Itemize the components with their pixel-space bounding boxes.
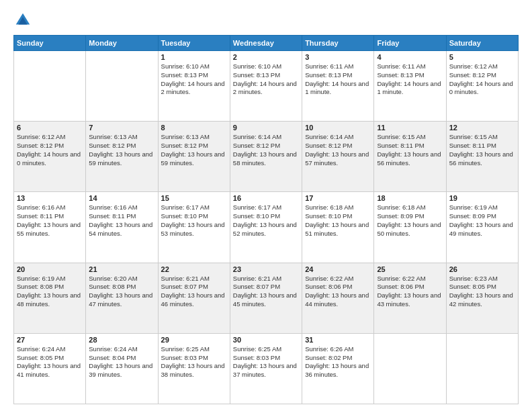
page: SundayMondayTuesdayWednesdayThursdayFrid… — [0, 0, 532, 411]
calendar-cell: 22Sunrise: 6:21 AM Sunset: 8:07 PM Dayli… — [158, 263, 230, 333]
cell-day-number: 7 — [89, 124, 154, 132]
calendar-cell: 30Sunrise: 6:25 AM Sunset: 8:03 PM Dayli… — [230, 333, 302, 404]
calendar-cell — [446, 333, 518, 404]
cell-day-number: 27 — [17, 336, 83, 344]
calendar-week-row: 6Sunrise: 6:12 AM Sunset: 8:12 PM Daylig… — [14, 122, 519, 192]
cell-day-number: 17 — [305, 194, 371, 202]
calendar-cell: 31Sunrise: 6:26 AM Sunset: 8:02 PM Dayli… — [302, 333, 374, 404]
cell-day-number: 29 — [161, 336, 227, 344]
calendar-cell: 25Sunrise: 6:22 AM Sunset: 8:06 PM Dayli… — [374, 263, 446, 333]
calendar-cell: 10Sunrise: 6:14 AM Sunset: 8:12 PM Dayli… — [302, 122, 374, 192]
cell-day-number: 12 — [449, 124, 515, 132]
calendar-cell: 3Sunrise: 6:11 AM Sunset: 8:13 PM Daylig… — [302, 51, 374, 122]
cell-day-number: 16 — [233, 194, 299, 202]
calendar-cell: 27Sunrise: 6:24 AM Sunset: 8:05 PM Dayli… — [14, 333, 86, 404]
calendar-header-saturday: Saturday — [446, 36, 518, 51]
calendar-cell: 11Sunrise: 6:15 AM Sunset: 8:11 PM Dayli… — [374, 122, 446, 192]
calendar-cell: 16Sunrise: 6:17 AM Sunset: 8:10 PM Dayli… — [230, 192, 302, 263]
calendar-cell: 19Sunrise: 6:19 AM Sunset: 8:09 PM Dayli… — [446, 192, 518, 263]
calendar-cell: 7Sunrise: 6:13 AM Sunset: 8:12 PM Daylig… — [86, 122, 158, 192]
cell-info: Sunrise: 6:15 AM Sunset: 8:11 PM Dayligh… — [449, 133, 515, 167]
cell-day-number: 21 — [89, 265, 154, 273]
cell-info: Sunrise: 6:19 AM Sunset: 8:09 PM Dayligh… — [449, 203, 515, 238]
calendar-week-row: 20Sunrise: 6:19 AM Sunset: 8:08 PM Dayli… — [14, 263, 519, 333]
calendar-cell: 14Sunrise: 6:16 AM Sunset: 8:11 PM Dayli… — [86, 192, 158, 263]
cell-day-number: 10 — [305, 124, 371, 132]
cell-day-number: 4 — [377, 53, 443, 61]
calendar-cell: 21Sunrise: 6:20 AM Sunset: 8:08 PM Dayli… — [86, 263, 158, 333]
cell-info: Sunrise: 6:26 AM Sunset: 8:02 PM Dayligh… — [305, 345, 371, 379]
calendar-week-row: 27Sunrise: 6:24 AM Sunset: 8:05 PM Dayli… — [14, 333, 519, 404]
calendar-cell — [14, 51, 86, 122]
calendar-cell: 20Sunrise: 6:19 AM Sunset: 8:08 PM Dayli… — [14, 263, 86, 333]
cell-info: Sunrise: 6:25 AM Sunset: 8:03 PM Dayligh… — [161, 345, 227, 379]
cell-day-number: 31 — [305, 336, 371, 344]
cell-day-number: 3 — [305, 53, 371, 61]
logo — [13, 11, 35, 30]
cell-day-number: 20 — [17, 265, 83, 273]
cell-info: Sunrise: 6:13 AM Sunset: 8:12 PM Dayligh… — [161, 133, 227, 167]
calendar-header-wednesday: Wednesday — [230, 36, 302, 51]
calendar-cell: 28Sunrise: 6:24 AM Sunset: 8:04 PM Dayli… — [86, 333, 158, 404]
cell-info: Sunrise: 6:14 AM Sunset: 8:12 PM Dayligh… — [233, 133, 299, 167]
calendar-cell: 15Sunrise: 6:17 AM Sunset: 8:10 PM Dayli… — [158, 192, 230, 263]
cell-day-number: 28 — [89, 336, 154, 344]
calendar-week-row: 13Sunrise: 6:16 AM Sunset: 8:11 PM Dayli… — [14, 192, 519, 263]
cell-info: Sunrise: 6:21 AM Sunset: 8:07 PM Dayligh… — [233, 275, 299, 309]
cell-info: Sunrise: 6:17 AM Sunset: 8:10 PM Dayligh… — [233, 203, 299, 238]
cell-info: Sunrise: 6:21 AM Sunset: 8:07 PM Dayligh… — [161, 275, 227, 309]
calendar-cell: 18Sunrise: 6:18 AM Sunset: 8:09 PM Dayli… — [374, 192, 446, 263]
cell-day-number: 6 — [17, 124, 83, 132]
calendar-table: SundayMondayTuesdayWednesdayThursdayFrid… — [13, 35, 519, 404]
calendar-week-row: 1Sunrise: 6:10 AM Sunset: 8:13 PM Daylig… — [14, 51, 519, 122]
cell-info: Sunrise: 6:11 AM Sunset: 8:13 PM Dayligh… — [377, 62, 443, 97]
calendar-cell — [374, 333, 446, 404]
cell-info: Sunrise: 6:12 AM Sunset: 8:12 PM Dayligh… — [449, 62, 515, 97]
cell-day-number: 25 — [377, 265, 443, 273]
calendar-cell — [86, 51, 158, 122]
calendar-cell: 23Sunrise: 6:21 AM Sunset: 8:07 PM Dayli… — [230, 263, 302, 333]
cell-info: Sunrise: 6:24 AM Sunset: 8:04 PM Dayligh… — [89, 345, 154, 379]
cell-info: Sunrise: 6:19 AM Sunset: 8:08 PM Dayligh… — [17, 275, 83, 309]
cell-info: Sunrise: 6:14 AM Sunset: 8:12 PM Dayligh… — [305, 133, 371, 167]
calendar-cell: 1Sunrise: 6:10 AM Sunset: 8:13 PM Daylig… — [158, 51, 230, 122]
cell-info: Sunrise: 6:20 AM Sunset: 8:08 PM Dayligh… — [89, 275, 154, 309]
calendar-cell: 6Sunrise: 6:12 AM Sunset: 8:12 PM Daylig… — [14, 122, 86, 192]
calendar-header-sunday: Sunday — [14, 36, 86, 51]
cell-day-number: 22 — [161, 265, 227, 273]
cell-info: Sunrise: 6:12 AM Sunset: 8:12 PM Dayligh… — [17, 133, 83, 167]
cell-info: Sunrise: 6:15 AM Sunset: 8:11 PM Dayligh… — [377, 133, 443, 167]
cell-day-number: 2 — [233, 53, 299, 61]
cell-info: Sunrise: 6:25 AM Sunset: 8:03 PM Dayligh… — [233, 345, 299, 379]
calendar-cell: 5Sunrise: 6:12 AM Sunset: 8:12 PM Daylig… — [446, 51, 518, 122]
cell-info: Sunrise: 6:13 AM Sunset: 8:12 PM Dayligh… — [89, 133, 154, 167]
cell-info: Sunrise: 6:11 AM Sunset: 8:13 PM Dayligh… — [305, 62, 371, 97]
calendar-cell: 29Sunrise: 6:25 AM Sunset: 8:03 PM Dayli… — [158, 333, 230, 404]
cell-day-number: 23 — [233, 265, 299, 273]
cell-day-number: 18 — [377, 194, 443, 202]
calendar-cell: 12Sunrise: 6:15 AM Sunset: 8:11 PM Dayli… — [446, 122, 518, 192]
calendar-cell: 4Sunrise: 6:11 AM Sunset: 8:13 PM Daylig… — [374, 51, 446, 122]
cell-info: Sunrise: 6:16 AM Sunset: 8:11 PM Dayligh… — [17, 203, 83, 238]
cell-day-number: 15 — [161, 194, 227, 202]
cell-info: Sunrise: 6:22 AM Sunset: 8:06 PM Dayligh… — [305, 275, 371, 309]
cell-day-number: 30 — [233, 336, 299, 344]
calendar-cell: 2Sunrise: 6:10 AM Sunset: 8:13 PM Daylig… — [230, 51, 302, 122]
cell-day-number: 9 — [233, 124, 299, 132]
cell-info: Sunrise: 6:10 AM Sunset: 8:13 PM Dayligh… — [233, 62, 299, 97]
cell-day-number: 19 — [449, 194, 515, 202]
calendar-header-thursday: Thursday — [302, 36, 374, 51]
calendar-cell: 17Sunrise: 6:18 AM Sunset: 8:10 PM Dayli… — [302, 192, 374, 263]
cell-info: Sunrise: 6:17 AM Sunset: 8:10 PM Dayligh… — [161, 203, 227, 238]
calendar-cell: 13Sunrise: 6:16 AM Sunset: 8:11 PM Dayli… — [14, 192, 86, 263]
cell-info: Sunrise: 6:18 AM Sunset: 8:10 PM Dayligh… — [305, 203, 371, 238]
cell-info: Sunrise: 6:23 AM Sunset: 8:05 PM Dayligh… — [449, 275, 515, 309]
cell-day-number: 24 — [305, 265, 371, 273]
calendar-cell: 8Sunrise: 6:13 AM Sunset: 8:12 PM Daylig… — [158, 122, 230, 192]
calendar-cell: 24Sunrise: 6:22 AM Sunset: 8:06 PM Dayli… — [302, 263, 374, 333]
cell-day-number: 13 — [17, 194, 83, 202]
calendar-cell: 9Sunrise: 6:14 AM Sunset: 8:12 PM Daylig… — [230, 122, 302, 192]
cell-day-number: 8 — [161, 124, 227, 132]
cell-day-number: 5 — [449, 53, 515, 61]
calendar-header-row: SundayMondayTuesdayWednesdayThursdayFrid… — [14, 36, 519, 51]
